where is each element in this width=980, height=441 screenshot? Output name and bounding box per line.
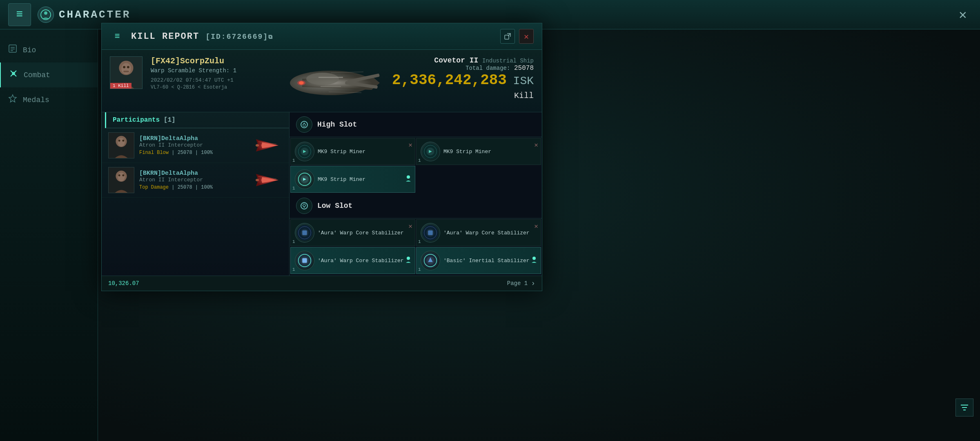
svg-point-42 — [122, 174, 124, 176]
low-slot-remove-2[interactable]: ✕ — [534, 222, 538, 230]
top-close-button[interactable]: ✕ — [954, 6, 972, 24]
svg-point-14 — [121, 63, 131, 74]
slot-item-count-1: 1 — [292, 158, 295, 163]
svg-point-47 — [301, 121, 307, 128]
main-menu-button[interactable]: ≡ — [8, 3, 31, 26]
svg-point-31 — [118, 138, 125, 147]
slot-item-person-3 — [404, 174, 412, 185]
participants-count: [1] — [164, 116, 176, 124]
slot-item-icon-3 — [295, 169, 314, 189]
hamburger-icon: ≡ — [16, 8, 23, 21]
kill-info-section: 1 Kill [FX42]ScorpZulu Warp Scramble Str… — [102, 50, 542, 112]
killer-info: [FX42]ScorpZulu Warp Scramble Strength: … — [151, 56, 270, 105]
page-title: CHARACTER — [59, 9, 131, 21]
character-header: CHARACTER — [38, 7, 131, 23]
low-slot-count-2: 1 — [418, 239, 421, 244]
participant-ship-2: Atron II Interceptor — [139, 177, 245, 183]
bio-icon — [8, 44, 17, 56]
low-slot-title: Low Slot — [317, 202, 352, 210]
high-slot-item-2[interactable]: MK9 Strip Miner 1 ✕ — [416, 138, 541, 165]
modal-close-button[interactable]: ✕ — [519, 29, 534, 44]
high-slot-icon — [296, 116, 312, 133]
high-slot-header: High Slot — [290, 112, 542, 137]
kill-badge: 1 Kill — [110, 83, 131, 89]
participant-name-2: [BKRN]DeltaAlpha — [139, 170, 245, 177]
svg-point-24 — [299, 81, 304, 85]
high-slot-item-1[interactable]: MK9 Strip Miner 1 ✕ — [290, 138, 415, 165]
isk-value: 2,336,242,283 — [392, 72, 507, 89]
slot-item-name-1: MK9 Strip Miner — [318, 149, 411, 155]
svg-point-1 — [44, 11, 47, 15]
slot-item-icon-2 — [421, 142, 440, 161]
participants-title: Participants [1] — [113, 116, 176, 124]
participant-stats-1: Final Blow | 25078 | 100% — [139, 150, 245, 156]
ship-name: Covetor II — [434, 56, 478, 65]
participants-header: Participants [1] — [105, 112, 289, 128]
combat-icon — [9, 69, 18, 81]
ship-image-area — [278, 56, 384, 105]
svg-point-40 — [118, 173, 125, 181]
svg-rect-64 — [302, 230, 307, 235]
svg-point-15 — [123, 66, 125, 68]
high-slot-item-3[interactable]: MK9 Strip Miner 1 — [290, 166, 415, 193]
svg-rect-68 — [428, 230, 433, 235]
low-slot-header: Low Slot — [290, 194, 542, 218]
svg-line-11 — [508, 33, 510, 36]
pagination: Page 1 › — [507, 279, 535, 287]
low-slot-icon-3 — [295, 251, 314, 270]
low-slot-items: 'Aura' Warp Core Stabilizer 1 ✕ 'Au — [290, 218, 542, 275]
isk-label: ISK — [513, 75, 534, 87]
modal-menu-button[interactable]: ≡ — [110, 29, 125, 44]
filter-button[interactable] — [956, 399, 973, 416]
bottom-isk-value: 10,326.07 — [108, 280, 139, 287]
low-slot-item-1[interactable]: 'Aura' Warp Core Stabilizer 1 ✕ — [290, 219, 415, 246]
killer-name: [FX42]ScorpZulu — [151, 56, 270, 66]
sidebar-item-label-medals: Medals — [23, 96, 49, 104]
low-slot-count-4: 1 — [418, 267, 421, 272]
modal-title: KILL REPORT [ID:6726669]⧉ — [131, 31, 494, 42]
sidebar-item-label-bio: Bio — [23, 46, 36, 54]
participants-panel: Participants [1] [BKRN — [102, 112, 290, 276]
ship-type: Industrial Ship — [482, 58, 534, 64]
low-slot-icon-2 — [421, 223, 440, 243]
sidebar-item-medals[interactable]: Medals — [0, 87, 98, 112]
low-slot-item-2[interactable]: 'Aura' Warp Core Stabilizer 1 ✕ — [416, 219, 541, 246]
participant-item[interactable]: [BKRN]DeltaAlpha Atron II Interceptor Fi… — [102, 128, 289, 163]
character-icon — [38, 7, 54, 23]
participant-item-2[interactable]: [BKRN]DeltaAlpha Atron II Interceptor To… — [102, 163, 289, 198]
slot-item-count-3: 1 — [292, 186, 295, 191]
total-damage-value: 25078 — [514, 65, 534, 72]
kill-date: 2022/02/02 07:54:47 UTC +1 — [151, 77, 270, 83]
participant-ship-1: Atron II Interceptor — [139, 142, 245, 148]
low-slot-item-name-2: 'Aura' Warp Core Stabilizer — [443, 230, 537, 236]
low-slot-remove-1[interactable]: ✕ — [408, 222, 412, 230]
svg-point-37 — [256, 144, 259, 147]
slot-item-remove-2[interactable]: ✕ — [534, 141, 538, 149]
kill-report-modal: ≡ KILL REPORT [ID:6726669]⧉ ✕ — [101, 23, 542, 291]
svg-point-33 — [122, 140, 124, 142]
slot-item-remove-1[interactable]: ✕ — [408, 141, 412, 149]
next-page-button[interactable]: › — [531, 279, 535, 287]
slot-item-count-2: 1 — [418, 158, 421, 163]
sidebar-item-combat[interactable]: Combat — [0, 62, 98, 87]
low-slot-item-4[interactable]: 'Basic' Inertial Stabilizer 1 — [416, 247, 541, 274]
total-damage-label: Total damage: — [466, 65, 510, 71]
participant-ship-image-1 — [250, 135, 283, 156]
participant-avatar-1 — [108, 132, 134, 158]
svg-marker-9 — [9, 95, 16, 102]
modal-id: [ID:6726669]⧉ — [205, 33, 273, 41]
svg-rect-26 — [321, 86, 341, 87]
participant-info-2: [BKRN]DeltaAlpha Atron II Interceptor To… — [139, 170, 245, 190]
low-slot-person-4 — [530, 256, 538, 266]
participant-info-1: [BKRN]DeltaAlpha Atron II Interceptor Fi… — [139, 135, 245, 156]
slot-item-icon-1 — [295, 142, 314, 161]
svg-point-41 — [118, 174, 120, 176]
svg-point-78 — [532, 257, 536, 260]
svg-point-20 — [306, 73, 339, 85]
medals-icon — [8, 94, 17, 106]
external-link-button[interactable] — [500, 29, 515, 44]
sidebar: Bio Combat Medals — [0, 29, 98, 441]
sidebar-item-bio[interactable]: Bio — [0, 38, 98, 62]
low-slot-item-3[interactable]: 'Aura' Warp Core Stabilizer 1 — [290, 247, 415, 274]
slots-panel: High Slot MK9 Strip Miner 1 ✕ — [290, 112, 542, 276]
